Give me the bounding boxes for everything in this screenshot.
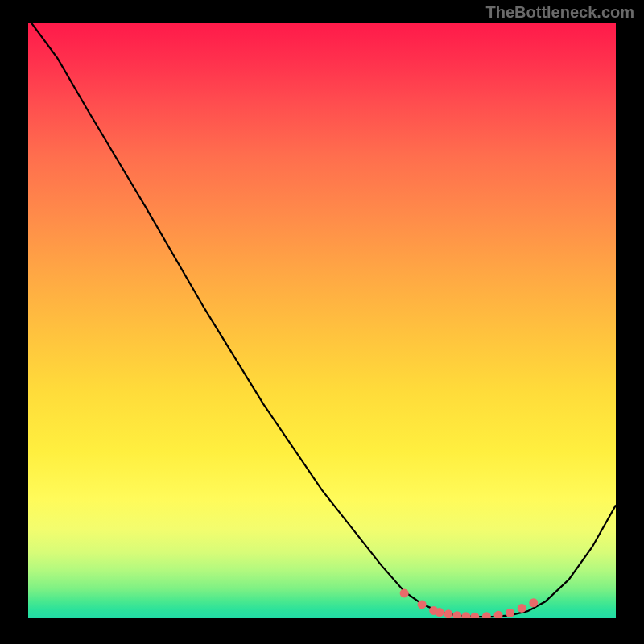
marker-dot (452, 611, 461, 618)
curve-line (31, 23, 616, 617)
marker-dot (400, 588, 409, 597)
plot-area (28, 23, 616, 618)
chart-svg (28, 23, 616, 618)
marker-dot (482, 612, 491, 618)
marker-dot (470, 613, 479, 618)
watermark: TheBottleneck.com (486, 3, 634, 22)
marker-dot (529, 598, 538, 607)
marker-dot (461, 612, 470, 618)
marker-dot (418, 600, 427, 609)
marker-dot (506, 609, 514, 617)
marker-dot (494, 611, 503, 618)
marker-dot (436, 608, 444, 617)
marker-dot (518, 604, 526, 613)
marker-dot (444, 609, 452, 618)
